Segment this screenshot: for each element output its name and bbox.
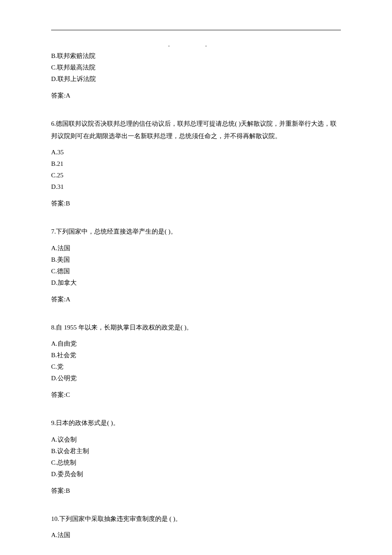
q10-option-a: A.法国 (51, 530, 341, 540)
header-dots: . . (51, 40, 341, 49)
q6-text: 6.德国联邦议院否决联邦总理的信任动议后，联邦总理可提请总统( )天解散议院，并… (51, 118, 341, 142)
q5-option-c: C.联邦最高法院 (51, 62, 341, 72)
q7-option-b: B.美国 (51, 254, 341, 265)
q5-option-d: D.联邦上诉法院 (51, 74, 341, 84)
q8-option-b: B.社会党 (51, 350, 341, 360)
header-divider (51, 30, 341, 30)
q9-text: 9.日本的政体形式是( )。 (51, 417, 341, 429)
q5-option-b: B.联邦索赔法院 (51, 51, 341, 61)
q6-option-b: B.21 (51, 159, 341, 169)
q7-option-a: A.法国 (51, 243, 341, 253)
q10-text: 10.下列国家中采取抽象违宪审查制度的是 ( )。 (51, 513, 341, 525)
q8-option-d: D.公明党 (51, 373, 341, 383)
question-7: 7.下列国家中，总统经直接选举产生的是( )。 A.法国 B.美国 C.德国 D… (51, 225, 341, 304)
q7-option-c: C.德国 (51, 266, 341, 276)
q6-option-c: C.25 (51, 170, 341, 180)
question-5-partial: B.联邦索赔法院 C.联邦最高法院 D.联邦上诉法院 答案:A (51, 51, 341, 101)
q7-option-d: D.加拿大 (51, 278, 341, 288)
q8-answer: 答案:C (51, 390, 341, 400)
question-9: 9.日本的政体形式是( )。 A.议会制 B.议会君主制 C.总统制 D.委员会… (51, 417, 341, 496)
q8-text: 8.自 1955 年以来，长期执掌日本政权的政党是( )。 (51, 321, 341, 334)
q9-option-a: A.议会制 (51, 434, 341, 445)
q6-option-a: A.35 (51, 147, 341, 157)
q8-option-c: C.党 (51, 361, 341, 372)
question-10-partial: 10.下列国家中采取抽象违宪审查制度的是 ( )。 A.法国 (51, 513, 341, 541)
q9-option-d: D.委员会制 (51, 469, 341, 479)
q5-answer: 答案:A (51, 90, 341, 101)
q7-text: 7.下列国家中，总统经直接选举产生的是( )。 (51, 225, 341, 238)
question-8: 8.自 1955 年以来，长期执掌日本政权的政党是( )。 A.自由党 B.社会… (51, 321, 341, 400)
q8-option-a: A.自由党 (51, 338, 341, 349)
question-6: 6.德国联邦议院否决联邦总理的信任动议后，联邦总理可提请总统( )天解散议院，并… (51, 118, 341, 208)
q9-option-c: C.总统制 (51, 457, 341, 468)
q6-option-d: D.31 (51, 182, 341, 192)
q9-option-b: B.议会君主制 (51, 446, 341, 456)
q6-answer: 答案:B (51, 198, 341, 208)
q9-answer: 答案:B (51, 486, 341, 496)
q7-answer: 答案:A (51, 294, 341, 304)
